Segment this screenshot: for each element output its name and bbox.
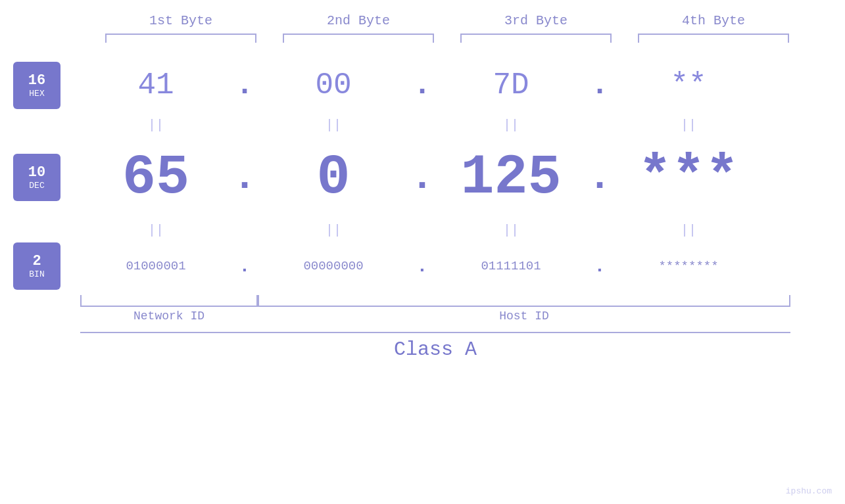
bin-dot-2: . <box>409 256 435 277</box>
watermark: ipshu.com <box>786 486 832 496</box>
byte-header-1: 1st Byte <box>105 13 256 28</box>
bottom-bracket-row <box>80 295 790 307</box>
id-labels-row: Network ID Host ID <box>80 309 790 323</box>
network-id-bracket <box>80 295 258 307</box>
hex-val-3: 7D <box>435 68 587 103</box>
hex-badge-row: 16 HEX <box>13 56 60 115</box>
top-bracket-3 <box>460 34 612 43</box>
top-bracket-4 <box>638 34 789 43</box>
eq-spacer-2 <box>13 220 60 240</box>
dec-dot-3: . <box>587 155 613 200</box>
network-id-label: Network ID <box>80 309 258 323</box>
eq-1-4: || <box>613 118 764 133</box>
bin-val-3: 01111101 <box>435 259 587 273</box>
dec-val-4: *** <box>613 146 764 210</box>
dec-val-3: 125 <box>435 146 587 210</box>
top-bracket-2 <box>283 34 434 43</box>
dec-badge-label: DEC <box>29 181 44 191</box>
dec-data-row: 65 . 0 . 125 . *** <box>80 135 790 220</box>
byte-header-4: 4th Byte <box>638 13 789 28</box>
hex-data-row: 41 . 00 . 7D . ** <box>80 56 790 115</box>
hex-val-2: 00 <box>258 68 409 103</box>
host-id-bracket <box>258 295 790 307</box>
bin-badge-num: 2 <box>32 253 41 269</box>
top-bracket-1 <box>105 34 256 43</box>
hex-dot-1: . <box>231 68 258 103</box>
dec-val-2: 0 <box>258 146 409 210</box>
hex-val-1: 41 <box>80 68 231 103</box>
bin-val-4: ******** <box>613 259 764 273</box>
dec-badge-row: 10 DEC <box>13 135 60 220</box>
host-id-label: Host ID <box>258 309 790 323</box>
eq-1-2: || <box>258 118 409 133</box>
bin-val-1: 01000001 <box>80 259 231 273</box>
bin-val-2: 00000000 <box>258 259 409 273</box>
eq-spacer-1 <box>13 115 60 135</box>
bin-badge-row: 2 BIN <box>13 240 60 292</box>
dec-dot-2: . <box>409 155 435 200</box>
bin-dot-3: . <box>587 256 613 277</box>
byte-header-3: 3rd Byte <box>460 13 612 28</box>
bin-badge-label: BIN <box>29 269 44 279</box>
dec-dot-1: . <box>231 155 258 200</box>
hex-dot-2: . <box>409 68 435 103</box>
dec-badge-num: 10 <box>28 164 45 181</box>
eq-2-3: || <box>435 223 587 238</box>
eq-2-1: || <box>80 223 231 238</box>
bin-badge: 2 BIN <box>13 242 60 290</box>
class-label: Class A <box>80 338 790 361</box>
eq-row-1: || || || || <box>80 115 790 135</box>
eq-2-4: || <box>613 223 764 238</box>
bin-data-row: 01000001 . 00000000 . 01111101 . *******… <box>80 240 790 292</box>
hex-val-4: ** <box>613 68 764 103</box>
class-bracket-line <box>80 332 790 333</box>
eq-row-2: || || || || <box>80 220 790 240</box>
byte-header-2: 2nd Byte <box>283 13 434 28</box>
hex-badge-label: HEX <box>29 89 44 99</box>
hex-badge: 16 HEX <box>13 62 60 109</box>
eq-2-2: || <box>258 223 409 238</box>
eq-1-3: || <box>435 118 587 133</box>
eq-1-1: || <box>80 118 231 133</box>
hex-badge-num: 16 <box>28 72 45 89</box>
dec-badge: 10 DEC <box>13 154 60 201</box>
hex-dot-3: . <box>587 68 613 103</box>
dec-val-1: 65 <box>80 146 231 210</box>
badge-column: 16 HEX 10 DEC 2 BIN <box>13 49 60 292</box>
bin-dot-1: . <box>231 256 258 277</box>
